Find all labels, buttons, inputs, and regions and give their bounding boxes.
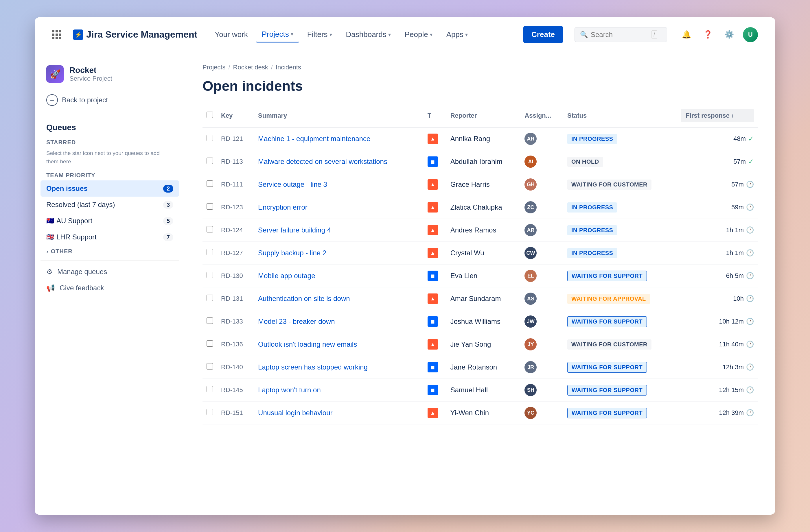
row-checkbox[interactable]	[207, 295, 213, 301]
nav-filters[interactable]: Filters ▾	[302, 27, 338, 42]
row-checkbox[interactable]	[207, 386, 213, 392]
summary-link[interactable]: Supply backup - line 2	[258, 249, 326, 257]
th-reporter: Reporter	[447, 104, 521, 127]
nav-people[interactable]: People ▾	[399, 27, 438, 42]
summary-link[interactable]: Authentication on site is down	[258, 295, 350, 302]
reporter-cell: Jie Yan Song	[447, 333, 521, 356]
row-checkbox-cell[interactable]	[202, 356, 217, 379]
summary-link[interactable]: Laptop won't turn on	[258, 386, 321, 394]
row-checkbox-cell[interactable]	[202, 127, 217, 150]
row-checkbox-cell[interactable]	[202, 333, 217, 356]
summary-link[interactable]: Mobile app outage	[258, 272, 315, 280]
sidebar-item-lhr-support[interactable]: 🇬🇧 LHR Support 7	[40, 229, 179, 245]
row-checkbox-cell[interactable]	[202, 219, 217, 242]
row-checkbox[interactable]	[207, 409, 213, 415]
first-response-cell: 12h 39m 🕐	[677, 402, 758, 425]
nav-apps[interactable]: Apps ▾	[441, 27, 473, 42]
summary-link[interactable]: Encryption error	[258, 203, 308, 211]
row-checkbox[interactable]	[207, 317, 213, 324]
reporter-cell: Grace Harris	[447, 173, 521, 196]
au-flag-icon: 🇦🇺	[46, 217, 54, 225]
summary-cell: Unusual login behaviour	[254, 402, 423, 425]
back-arrow-icon: ←	[46, 94, 58, 106]
help-button[interactable]: ❓	[700, 27, 716, 43]
search-box[interactable]: 🔍 /	[574, 27, 667, 42]
summary-link[interactable]: Service outage - line 3	[258, 180, 327, 188]
breadcrumb-projects[interactable]: Projects	[202, 64, 225, 71]
assignee-avatar: AS	[524, 293, 537, 305]
breadcrumb-sep-1: /	[228, 64, 230, 71]
table-row: RD-111 Service outage - line 3 ▲ Grace H…	[202, 173, 758, 196]
row-checkbox-cell[interactable]	[202, 379, 217, 402]
row-checkbox[interactable]	[207, 203, 213, 210]
assignee-cell: AR	[520, 219, 563, 242]
sidebar-item-au-support[interactable]: 🇦🇺 AU Support 5	[40, 213, 179, 229]
row-checkbox-cell[interactable]	[202, 402, 217, 425]
select-all-checkbox[interactable]	[207, 112, 213, 118]
status-cell: IN PROGRESS	[563, 127, 677, 150]
assignee-avatar: SH	[524, 384, 537, 396]
table-row: RD-121 Machine 1 - equipment maintenance…	[202, 127, 758, 150]
check-icon: ✓	[748, 157, 754, 166]
reporter-cell: Yi-Wen Chin	[447, 402, 521, 425]
sidebar-item-resolved[interactable]: Resolved (last 7 days) 3	[40, 197, 179, 213]
th-status: Status	[563, 104, 677, 127]
grid-menu-icon[interactable]	[52, 30, 61, 39]
nav-dashboards[interactable]: Dashboards ▾	[340, 27, 396, 42]
sidebar-item-open-issues[interactable]: Open issues 2	[40, 180, 179, 197]
summary-link[interactable]: Malware detected on several workstations	[258, 157, 387, 165]
row-checkbox-cell[interactable]	[202, 150, 217, 173]
project-header: 🚀 Rocket Service Project	[40, 61, 179, 87]
status-cell: WAITING FOR CUSTOMER	[563, 333, 677, 356]
type-cell: ◼	[423, 310, 447, 333]
row-checkbox[interactable]	[207, 272, 213, 278]
main-area: 🚀 Rocket Service Project ← Back to proje…	[35, 52, 775, 515]
row-checkbox-cell[interactable]	[202, 265, 217, 287]
th-key: Key	[217, 104, 254, 127]
row-checkbox[interactable]	[207, 363, 213, 369]
back-to-project-button[interactable]: ← Back to project	[40, 90, 179, 110]
user-avatar[interactable]: U	[743, 27, 758, 42]
row-checkbox[interactable]	[207, 226, 213, 232]
notifications-button[interactable]: 🔔	[679, 27, 694, 43]
search-input[interactable]	[591, 31, 649, 39]
key-cell: RD-140	[217, 356, 254, 379]
row-checkbox-cell[interactable]	[202, 310, 217, 333]
summary-link[interactable]: Server failure building 4	[258, 226, 331, 234]
key-cell: RD-136	[217, 333, 254, 356]
status-badge: WAITING FOR SUPPORT	[567, 316, 647, 327]
summary-cell: Laptop screen has stopped working	[254, 356, 423, 379]
summary-link[interactable]: Model 23 - breaker down	[258, 317, 335, 325]
settings-button[interactable]: ⚙️	[722, 27, 737, 43]
summary-link[interactable]: Machine 1 - equipment maintenance	[258, 135, 370, 143]
row-checkbox-cell[interactable]	[202, 287, 217, 310]
project-type: Service Project	[69, 75, 112, 82]
summary-link[interactable]: Unusual login behaviour	[258, 409, 333, 417]
row-checkbox[interactable]	[207, 135, 213, 141]
row-checkbox[interactable]	[207, 249, 213, 255]
row-checkbox-cell[interactable]	[202, 173, 217, 196]
create-button[interactable]: Create	[523, 26, 563, 43]
row-checkbox-cell[interactable]	[202, 196, 217, 219]
row-checkbox-cell[interactable]	[202, 242, 217, 265]
assignee-cell: JY	[520, 333, 563, 356]
summary-link[interactable]: Laptop screen has stopped working	[258, 363, 368, 371]
type-icon: ▲	[427, 294, 438, 304]
manage-queues-button[interactable]: ⚙ Manage queues	[40, 264, 179, 280]
row-checkbox[interactable]	[207, 340, 213, 347]
th-select-all[interactable]	[202, 104, 217, 127]
first-response-value: 6h 5m	[726, 272, 744, 280]
nav-your-work[interactable]: Your work	[209, 27, 254, 42]
other-toggle[interactable]: › OTHER	[40, 245, 179, 257]
th-first-response[interactable]: First response ↑	[677, 104, 758, 127]
row-checkbox[interactable]	[207, 180, 213, 187]
summary-link[interactable]: Outlook isn't loading new emails	[258, 340, 357, 348]
clock-icon: 🕐	[746, 386, 754, 394]
breadcrumb-rocket-desk[interactable]: Rocket desk	[233, 64, 268, 71]
assignee-cell: JW	[520, 310, 563, 333]
type-icon: ◼	[427, 385, 438, 395]
nav-projects[interactable]: Projects ▾	[256, 27, 299, 43]
give-feedback-button[interactable]: 📢 Give feedback	[40, 280, 179, 296]
project-name: Rocket	[69, 66, 112, 75]
row-checkbox[interactable]	[207, 157, 213, 164]
